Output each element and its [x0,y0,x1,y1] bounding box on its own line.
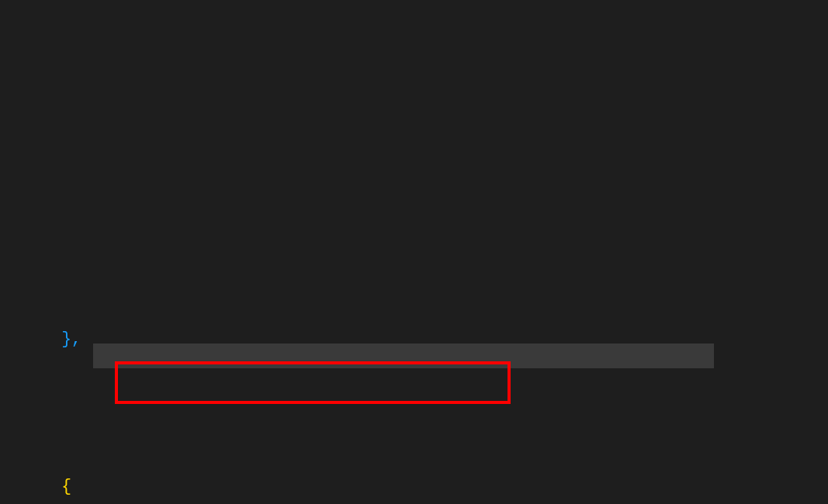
code-editor[interactable]: }, { "id": "1GTgAUSUa9CCGL1l4exuHw-us|00… [0,0,828,504]
close-brace: }, [61,330,81,348]
code-line: { [11,442,828,471]
text-selection [93,343,714,368]
open-brace: { [61,477,71,495]
code-line: }, [11,295,828,324]
